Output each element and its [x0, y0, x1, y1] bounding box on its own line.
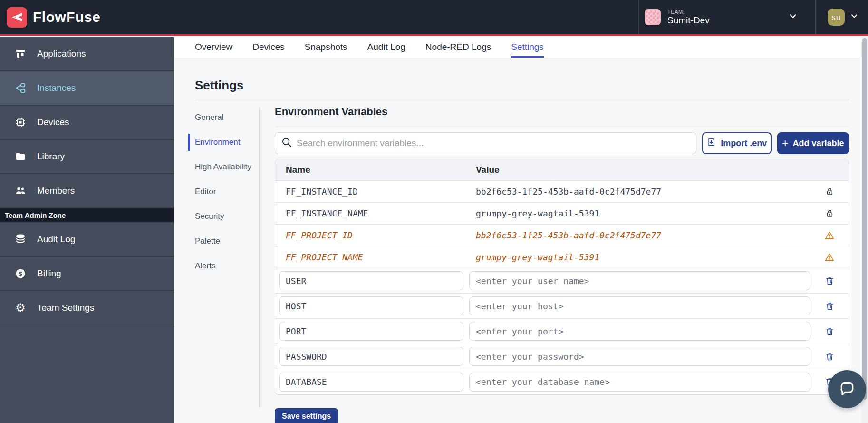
env-var-value: grumpy-grey-wagtail-5391 [476, 208, 810, 218]
environment-heading: Environment Variables [275, 106, 849, 126]
env-var-value-input[interactable] [469, 322, 810, 341]
user-menu[interactable]: su [828, 0, 859, 34]
app-window: FlowFuse TEAM: Sumit-Dev su [0, 0, 868, 423]
library-icon [14, 151, 27, 162]
column-header-value: Value [476, 165, 810, 175]
devices-icon [14, 117, 27, 128]
user-avatar: su [828, 9, 845, 26]
env-var-name-input[interactable] [279, 347, 463, 366]
tab-devices[interactable]: Devices [252, 37, 285, 58]
table-row-editable [275, 268, 849, 294]
save-settings-button[interactable]: Save settings [275, 408, 338, 423]
env-var-name: FF_PROJECT_ID [275, 230, 476, 240]
env-var-name-input[interactable] [279, 271, 463, 290]
sidebar-item-label: Devices [37, 117, 69, 128]
gear-icon: ⚙ [14, 302, 27, 314]
sidebar-item-members[interactable]: Members [0, 174, 174, 208]
sidebar-item-instances[interactable]: Instances [0, 71, 174, 106]
chevron-down-icon [788, 11, 798, 23]
sidebar-item-billing[interactable]: $ Billing [0, 257, 174, 291]
env-var-value-input[interactable] [469, 347, 810, 366]
subnav-item-editor[interactable]: Editor [195, 186, 253, 197]
subnav-item-general[interactable]: General [195, 111, 253, 123]
team-name: Sumit-Dev [667, 15, 710, 26]
env-var-value-input[interactable] [469, 296, 810, 315]
sidebar-item-label: Team Settings [37, 303, 94, 313]
sidebar-item-applications[interactable]: Applications [0, 37, 174, 71]
delete-variable-button[interactable] [825, 276, 835, 286]
team-avatar [645, 9, 661, 25]
sidebar-item-label: Audit Log [37, 234, 75, 245]
instance-tabbar: Overview Devices Snapshots Audit Log Nod… [174, 37, 868, 58]
main-content: Settings General Environment High Availa… [174, 58, 861, 423]
team-label: TEAM: [667, 9, 710, 15]
import-env-button[interactable]: Import .env [702, 132, 772, 154]
table-row: FF_INSTANCE_ID bb2f6c53-1f25-453b-aafd-0… [275, 181, 849, 203]
env-var-name: FF_INSTANCE_NAME [275, 208, 476, 218]
add-variable-label: Add variable [792, 138, 844, 148]
table-row-editable [275, 344, 849, 369]
env-var-name-input[interactable] [279, 322, 463, 341]
scrollbar-thumb[interactable] [862, 38, 867, 400]
subnav-divider [259, 108, 260, 408]
env-toolbar: Import .env + Add variable [275, 132, 849, 154]
brand-name: FlowFuse [33, 9, 100, 25]
subnav-item-alerts[interactable]: Alerts [195, 260, 253, 272]
table-row: FF_PROJECT_ID bb2f6c53-1f25-453b-aafd-0c… [275, 225, 849, 246]
page-title: Settings [195, 78, 244, 93]
env-var-value-input[interactable] [469, 271, 810, 290]
instances-icon [14, 82, 27, 94]
search-input[interactable] [297, 138, 690, 148]
subnav-item-high-availability[interactable]: High Availability [195, 161, 253, 173]
chat-widget-button[interactable] [828, 370, 866, 408]
tab-audit-log[interactable]: Audit Log [367, 37, 405, 58]
tab-overview[interactable]: Overview [195, 37, 232, 58]
subnav-item-environment[interactable]: Environment [195, 136, 253, 148]
delete-variable-button[interactable] [825, 352, 835, 362]
search-icon [281, 137, 292, 150]
env-var-value: grumpy-grey-wagtail-5391 [476, 252, 810, 262]
env-var-name-input[interactable] [279, 373, 463, 392]
env-var-value: bb2f6c53-1f25-453b-aafd-0c2f475d7e77 [476, 187, 810, 197]
sidebar-item-audit-log[interactable]: Audit Log [0, 223, 174, 257]
team-admin-zone-label: Team Admin Zone [0, 208, 174, 223]
subnav-item-palette[interactable]: Palette [195, 235, 253, 247]
env-var-value: bb2f6c53-1f25-453b-aafd-0c2f475d7e77 [476, 230, 810, 240]
import-env-label: Import .env [721, 138, 767, 148]
page-scrollbar[interactable] [861, 37, 868, 423]
tab-node-red-logs[interactable]: Node-RED Logs [425, 37, 491, 58]
column-header-name: Name [275, 165, 476, 175]
env-variables-table: Name Value FF_INSTANCE_ID bb2f6c53-1f25-… [275, 159, 849, 395]
sidebar: Applications Instances Devices [0, 37, 174, 423]
applications-icon [14, 48, 27, 59]
sidebar-item-label: Billing [37, 268, 61, 279]
sidebar-item-devices[interactable]: Devices [0, 106, 174, 140]
team-selector[interactable]: TEAM: Sumit-Dev [645, 0, 798, 34]
subnav-item-security[interactable]: Security [195, 210, 253, 222]
brand[interactable]: FlowFuse [7, 7, 100, 28]
env-var-name-input[interactable] [279, 296, 463, 315]
navbar-divider [815, 0, 816, 34]
sidebar-item-team-settings[interactable]: ⚙ Team Settings [0, 291, 174, 325]
top-navbar: FlowFuse TEAM: Sumit-Dev su [0, 0, 868, 36]
members-icon [14, 185, 27, 197]
env-var-value-input[interactable] [469, 373, 810, 392]
table-row: FF_INSTANCE_NAME grumpy-grey-wagtail-539… [275, 203, 849, 225]
env-var-name: FF_PROJECT_NAME [275, 252, 476, 262]
sidebar-item-label: Members [37, 186, 75, 196]
add-variable-button[interactable]: + Add variable [777, 132, 849, 154]
plus-icon: + [782, 138, 788, 149]
flowfuse-logo-icon [7, 7, 27, 28]
table-header: Name Value [275, 159, 849, 181]
sidebar-item-library[interactable]: Library [0, 140, 174, 174]
lock-icon [810, 208, 849, 218]
warning-icon [810, 252, 849, 263]
delete-variable-button[interactable] [825, 326, 835, 336]
warning-icon [810, 230, 849, 241]
tab-settings[interactable]: Settings [511, 37, 544, 58]
chevron-down-icon [849, 11, 859, 23]
navbar-divider [638, 0, 639, 34]
settings-subnav: General Environment High Availability Ed… [195, 111, 253, 285]
tab-snapshots[interactable]: Snapshots [305, 37, 347, 58]
delete-variable-button[interactable] [825, 301, 835, 311]
